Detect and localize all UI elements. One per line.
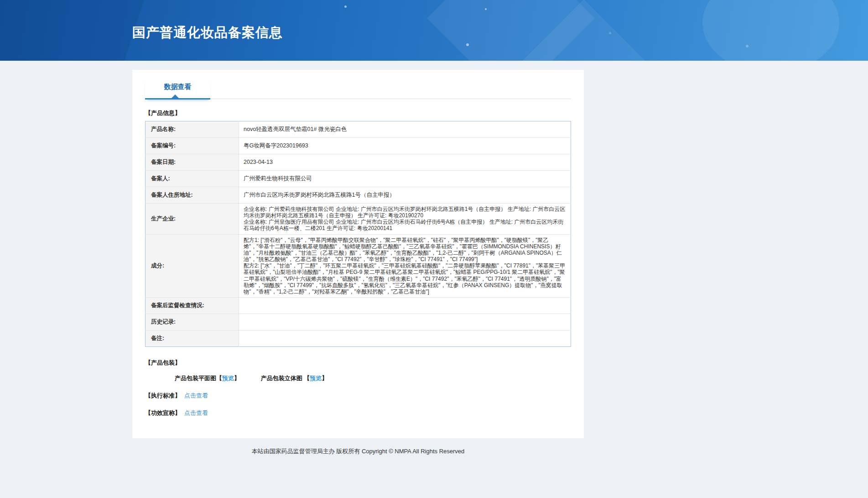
row-value: 企业名称: 广州爱莉生物科技有限公司 企业地址: 广州市白云区均禾街罗岗村环岗北… <box>239 204 571 235</box>
table-row-filing-number: 备案编号: 粤G妆网备字2023019693 <box>146 138 571 154</box>
row-label: 备案日期: <box>146 154 239 171</box>
banner-decor-dot <box>466 43 469 46</box>
row-value: 配方1: ["滑石粉"，"云母"，"甲基丙烯酸甲酯交联聚合物"，"聚二甲基硅氧烷… <box>239 234 571 297</box>
row-value <box>239 298 571 314</box>
tab-data-view[interactable]: 数据查看 <box>145 80 210 100</box>
row-label: 产品名称: <box>146 121 239 138</box>
claims-label: 【功效宣称】 <box>145 409 181 416</box>
table-row-history: 历史记录: <box>146 314 571 330</box>
row-value <box>239 330 571 347</box>
row-label: 成分: <box>146 234 239 297</box>
claims-line: 【功效宣称】点击查看 <box>145 409 571 417</box>
row-label: 生产企业: <box>146 204 239 235</box>
table-row-filing-date: 备案日期: 2023-04-13 <box>146 154 571 171</box>
page-title: 国产普通化妆品备案信息 <box>132 0 868 42</box>
table-row-supervision: 备案后监督检查情况: <box>146 298 571 314</box>
packaging-section-title: 【产品包装】 <box>145 359 571 367</box>
table-row-registrant: 备案人: 广州爱莉生物科技有限公司 <box>146 171 571 187</box>
row-value: novo轻盈透亮双层气垫霜01# 微光瓷白色 <box>239 121 571 138</box>
packaging-flat-preview-link[interactable]: 预览 <box>222 375 234 382</box>
row-label: 备案人住所地址: <box>146 187 239 204</box>
product-info-table: 产品名称: novo轻盈透亮双层气垫霜01# 微光瓷白色 备案编号: 粤G妆网备… <box>145 121 571 347</box>
page-banner: 国产普通化妆品备案信息 <box>0 0 868 61</box>
packaging-3d-label: 产品包装立体图 【 <box>261 375 310 382</box>
main-container: 数据查看 【产品信息】 产品名称: novo轻盈透亮双层气垫霜01# 微光瓷白色… <box>132 70 584 474</box>
row-value: 广州爱莉生物科技有限公司 <box>239 171 571 187</box>
banner-decor-dot <box>746 45 748 47</box>
tab-bar: 数据查看 <box>145 80 571 99</box>
table-row-product-name: 产品名称: novo轻盈透亮双层气垫霜01# 微光瓷白色 <box>146 121 571 138</box>
row-label: 备案编号: <box>146 138 239 154</box>
row-label: 备案后监督检查情况: <box>146 298 239 314</box>
tab-data-view-label: 数据查看 <box>164 83 192 90</box>
row-value <box>239 314 571 330</box>
packaging-3d-item: 产品包装立体图 【预览】 <box>261 375 328 382</box>
row-value: 粤G妆网备字2023019693 <box>239 138 571 154</box>
packaging-3d-label-close: 】 <box>322 375 327 382</box>
product-info-section-title: 【产品信息】 <box>145 109 571 117</box>
row-value: 广州市白云区均禾街罗岗村环岗北路五横路1号（自主申报） <box>239 187 571 204</box>
table-row-manufacturer: 生产企业: 企业名称: 广州爱莉生物科技有限公司 企业地址: 广州市白云区均禾街… <box>146 204 571 235</box>
standards-view-link[interactable]: 点击查看 <box>184 392 208 399</box>
packaging-flat-label-close: 】 <box>234 375 240 382</box>
standards-line: 【执行标准】点击查看 <box>145 392 571 400</box>
table-row-remarks: 备注: <box>146 330 571 347</box>
tab-active-arrow-icon <box>172 94 179 98</box>
row-label: 历史记录: <box>146 314 239 330</box>
page-footer: 本站由国家药品监督管理局主办 版权所有 Copyright © NMPA All… <box>132 443 584 474</box>
packaging-preview-line: 产品包装平面图【预览】 产品包装立体图 【预览】 <box>175 374 571 383</box>
packaging-flat-item: 产品包装平面图【预览】 <box>175 375 240 382</box>
row-label: 备案人: <box>146 171 239 187</box>
table-row-registrant-address: 备案人住所地址: 广州市白云区均禾街罗岗村环岗北路五横路1号（自主申报） <box>146 187 571 204</box>
standards-label: 【执行标准】 <box>145 392 181 399</box>
packaging-flat-label: 产品包装平面图【 <box>175 375 222 382</box>
row-label: 备注: <box>146 330 239 347</box>
content-card: 数据查看 【产品信息】 产品名称: novo轻盈透亮双层气垫霜01# 微光瓷白色… <box>132 70 584 438</box>
table-row-ingredients: 成分: 配方1: ["滑石粉"，"云母"，"甲基丙烯酸甲酯交联聚合物"，"聚二甲… <box>146 234 571 297</box>
row-value: 2023-04-13 <box>239 154 571 171</box>
packaging-3d-preview-link[interactable]: 预览 <box>310 375 322 382</box>
claims-view-link[interactable]: 点击查看 <box>184 409 208 416</box>
